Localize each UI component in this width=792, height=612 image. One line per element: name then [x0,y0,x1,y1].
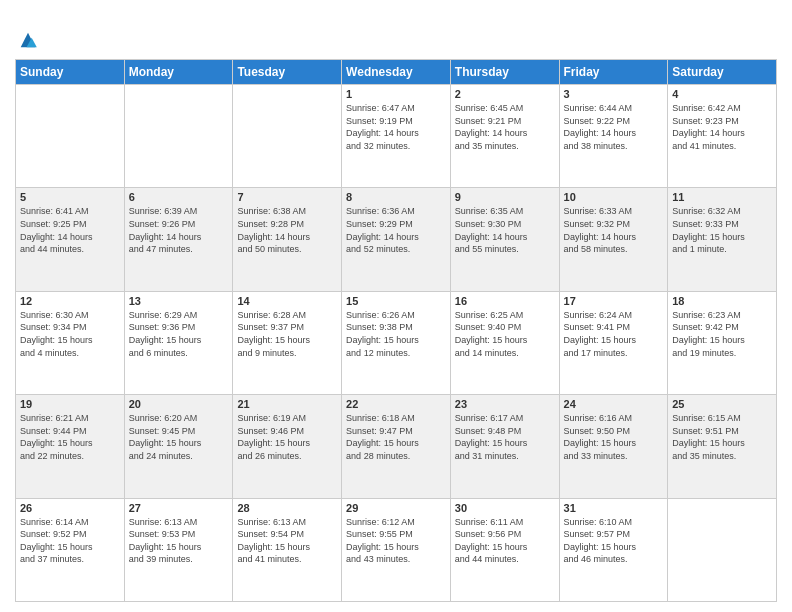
calendar-cell: 24Sunrise: 6:16 AMSunset: 9:50 PMDayligh… [559,395,668,498]
calendar-table: SundayMondayTuesdayWednesdayThursdayFrid… [15,59,777,602]
calendar-cell: 14Sunrise: 6:28 AMSunset: 9:37 PMDayligh… [233,291,342,394]
day-info: Sunrise: 6:11 AMSunset: 9:56 PMDaylight:… [455,516,555,566]
calendar-cell: 16Sunrise: 6:25 AMSunset: 9:40 PMDayligh… [450,291,559,394]
day-info: Sunrise: 6:23 AMSunset: 9:42 PMDaylight:… [672,309,772,359]
day-number: 9 [455,191,555,203]
calendar-cell: 11Sunrise: 6:32 AMSunset: 9:33 PMDayligh… [668,188,777,291]
day-info: Sunrise: 6:42 AMSunset: 9:23 PMDaylight:… [672,102,772,152]
day-number: 5 [20,191,120,203]
calendar-header-row: SundayMondayTuesdayWednesdayThursdayFrid… [16,60,777,85]
calendar-cell: 27Sunrise: 6:13 AMSunset: 9:53 PMDayligh… [124,498,233,601]
day-number: 21 [237,398,337,410]
calendar-cell: 12Sunrise: 6:30 AMSunset: 9:34 PMDayligh… [16,291,125,394]
day-info: Sunrise: 6:32 AMSunset: 9:33 PMDaylight:… [672,205,772,255]
calendar-header-wednesday: Wednesday [342,60,451,85]
calendar-cell: 3Sunrise: 6:44 AMSunset: 9:22 PMDaylight… [559,85,668,188]
day-info: Sunrise: 6:30 AMSunset: 9:34 PMDaylight:… [20,309,120,359]
day-info: Sunrise: 6:25 AMSunset: 9:40 PMDaylight:… [455,309,555,359]
day-number: 12 [20,295,120,307]
day-info: Sunrise: 6:29 AMSunset: 9:36 PMDaylight:… [129,309,229,359]
calendar-header-saturday: Saturday [668,60,777,85]
calendar-cell: 21Sunrise: 6:19 AMSunset: 9:46 PMDayligh… [233,395,342,498]
day-info: Sunrise: 6:17 AMSunset: 9:48 PMDaylight:… [455,412,555,462]
day-number: 26 [20,502,120,514]
calendar-cell [233,85,342,188]
day-number: 4 [672,88,772,100]
day-info: Sunrise: 6:28 AMSunset: 9:37 PMDaylight:… [237,309,337,359]
day-number: 1 [346,88,446,100]
day-number: 31 [564,502,664,514]
calendar-cell: 26Sunrise: 6:14 AMSunset: 9:52 PMDayligh… [16,498,125,601]
day-info: Sunrise: 6:39 AMSunset: 9:26 PMDaylight:… [129,205,229,255]
day-info: Sunrise: 6:38 AMSunset: 9:28 PMDaylight:… [237,205,337,255]
calendar-cell: 1Sunrise: 6:47 AMSunset: 9:19 PMDaylight… [342,85,451,188]
calendar-cell [124,85,233,188]
day-info: Sunrise: 6:10 AMSunset: 9:57 PMDaylight:… [564,516,664,566]
logo-icon [17,29,39,51]
day-info: Sunrise: 6:16 AMSunset: 9:50 PMDaylight:… [564,412,664,462]
day-number: 11 [672,191,772,203]
calendar-cell: 18Sunrise: 6:23 AMSunset: 9:42 PMDayligh… [668,291,777,394]
day-number: 24 [564,398,664,410]
calendar-row: 19Sunrise: 6:21 AMSunset: 9:44 PMDayligh… [16,395,777,498]
page: SundayMondayTuesdayWednesdayThursdayFrid… [0,0,792,612]
day-number: 20 [129,398,229,410]
calendar-cell [16,85,125,188]
calendar-cell: 10Sunrise: 6:33 AMSunset: 9:32 PMDayligh… [559,188,668,291]
calendar-cell: 20Sunrise: 6:20 AMSunset: 9:45 PMDayligh… [124,395,233,498]
calendar-header-monday: Monday [124,60,233,85]
day-number: 17 [564,295,664,307]
day-info: Sunrise: 6:33 AMSunset: 9:32 PMDaylight:… [564,205,664,255]
calendar-cell: 7Sunrise: 6:38 AMSunset: 9:28 PMDaylight… [233,188,342,291]
calendar-row: 1Sunrise: 6:47 AMSunset: 9:19 PMDaylight… [16,85,777,188]
day-number: 2 [455,88,555,100]
calendar-cell: 2Sunrise: 6:45 AMSunset: 9:21 PMDaylight… [450,85,559,188]
calendar-cell: 13Sunrise: 6:29 AMSunset: 9:36 PMDayligh… [124,291,233,394]
calendar-cell: 31Sunrise: 6:10 AMSunset: 9:57 PMDayligh… [559,498,668,601]
day-info: Sunrise: 6:21 AMSunset: 9:44 PMDaylight:… [20,412,120,462]
day-number: 25 [672,398,772,410]
calendar-header-tuesday: Tuesday [233,60,342,85]
day-number: 30 [455,502,555,514]
day-number: 23 [455,398,555,410]
day-number: 22 [346,398,446,410]
calendar-cell: 4Sunrise: 6:42 AMSunset: 9:23 PMDaylight… [668,85,777,188]
day-info: Sunrise: 6:12 AMSunset: 9:55 PMDaylight:… [346,516,446,566]
day-number: 13 [129,295,229,307]
calendar-cell [668,498,777,601]
calendar-row: 12Sunrise: 6:30 AMSunset: 9:34 PMDayligh… [16,291,777,394]
day-info: Sunrise: 6:41 AMSunset: 9:25 PMDaylight:… [20,205,120,255]
day-number: 15 [346,295,446,307]
day-info: Sunrise: 6:18 AMSunset: 9:47 PMDaylight:… [346,412,446,462]
day-info: Sunrise: 6:45 AMSunset: 9:21 PMDaylight:… [455,102,555,152]
day-number: 18 [672,295,772,307]
day-number: 28 [237,502,337,514]
day-info: Sunrise: 6:47 AMSunset: 9:19 PMDaylight:… [346,102,446,152]
header [15,10,777,51]
day-info: Sunrise: 6:19 AMSunset: 9:46 PMDaylight:… [237,412,337,462]
day-info: Sunrise: 6:44 AMSunset: 9:22 PMDaylight:… [564,102,664,152]
day-info: Sunrise: 6:26 AMSunset: 9:38 PMDaylight:… [346,309,446,359]
day-number: 8 [346,191,446,203]
calendar-cell: 5Sunrise: 6:41 AMSunset: 9:25 PMDaylight… [16,188,125,291]
calendar-cell: 29Sunrise: 6:12 AMSunset: 9:55 PMDayligh… [342,498,451,601]
day-number: 10 [564,191,664,203]
calendar-cell: 17Sunrise: 6:24 AMSunset: 9:41 PMDayligh… [559,291,668,394]
day-number: 27 [129,502,229,514]
calendar-header-thursday: Thursday [450,60,559,85]
day-info: Sunrise: 6:15 AMSunset: 9:51 PMDaylight:… [672,412,772,462]
logo [15,10,39,51]
day-number: 29 [346,502,446,514]
day-number: 7 [237,191,337,203]
logo-text [15,10,39,51]
day-number: 3 [564,88,664,100]
calendar-cell: 25Sunrise: 6:15 AMSunset: 9:51 PMDayligh… [668,395,777,498]
calendar-cell: 6Sunrise: 6:39 AMSunset: 9:26 PMDaylight… [124,188,233,291]
day-info: Sunrise: 6:35 AMSunset: 9:30 PMDaylight:… [455,205,555,255]
calendar-header-friday: Friday [559,60,668,85]
calendar-row: 26Sunrise: 6:14 AMSunset: 9:52 PMDayligh… [16,498,777,601]
calendar-cell: 23Sunrise: 6:17 AMSunset: 9:48 PMDayligh… [450,395,559,498]
day-info: Sunrise: 6:24 AMSunset: 9:41 PMDaylight:… [564,309,664,359]
day-info: Sunrise: 6:36 AMSunset: 9:29 PMDaylight:… [346,205,446,255]
day-info: Sunrise: 6:14 AMSunset: 9:52 PMDaylight:… [20,516,120,566]
